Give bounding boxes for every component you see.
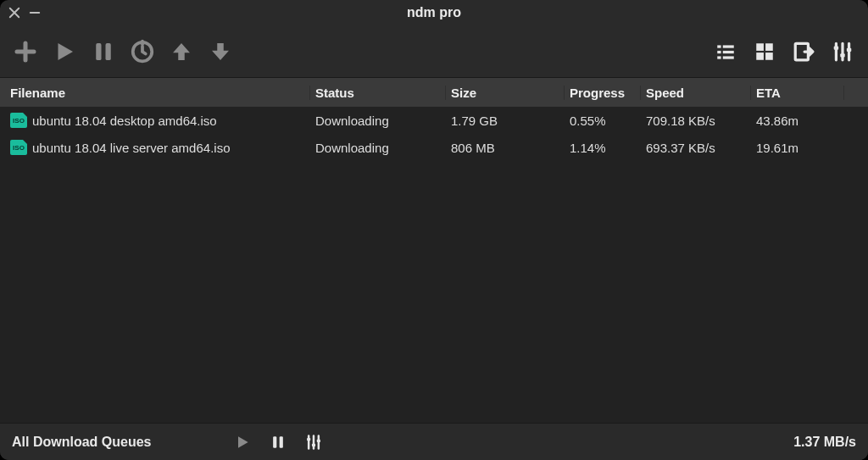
- window-controls: [7, 5, 42, 20]
- cell-progress: 1.14%: [565, 141, 641, 155]
- total-speed: 1.37 MB/s: [793, 435, 856, 450]
- queue-play-button[interactable]: [232, 432, 253, 452]
- cell-speed: 709.18 KB/s: [641, 114, 751, 128]
- cell-speed: 693.37 KB/s: [641, 141, 751, 155]
- svg-rect-18: [280, 436, 283, 447]
- list-view-button[interactable]: [712, 38, 739, 65]
- col-filename[interactable]: Filename: [5, 86, 310, 100]
- statusbar: All Download Queues 1.37 MB/s: [0, 423, 868, 460]
- resume-button[interactable]: [51, 38, 78, 65]
- col-eta[interactable]: ETA: [751, 86, 844, 100]
- svg-rect-0: [96, 43, 101, 60]
- svg-rect-11: [756, 53, 764, 60]
- queue-selector[interactable]: All Download Queues: [12, 435, 151, 450]
- svg-rect-3: [717, 45, 721, 47]
- cell-eta: 19.61m: [751, 141, 844, 155]
- svg-rect-17: [274, 436, 277, 447]
- cell-filename: ubuntu 18.04 live server amd64.iso: [32, 141, 230, 155]
- table-row[interactable]: ISO ubuntu 18.04 live server amd64.iso D…: [0, 134, 868, 161]
- cell-progress: 0.55%: [565, 114, 641, 128]
- move-down-button[interactable]: [207, 38, 234, 65]
- table-header: Filename Status Size Progress Speed ETA: [0, 78, 868, 107]
- export-button[interactable]: [790, 38, 817, 65]
- svg-rect-9: [756, 43, 764, 51]
- move-up-button[interactable]: [168, 38, 195, 65]
- svg-rect-8: [723, 56, 734, 58]
- schedule-button[interactable]: [129, 38, 156, 65]
- svg-rect-14: [834, 46, 838, 49]
- cell-filename: ubuntu 18.04 desktop amd64.iso: [32, 114, 217, 128]
- cell-size: 1.79 GB: [446, 114, 565, 128]
- window-title: ndm pro: [0, 5, 868, 20]
- svg-rect-5: [717, 50, 721, 53]
- svg-rect-15: [840, 53, 844, 57]
- cell-status: Downloading: [310, 141, 446, 155]
- minimize-icon[interactable]: [27, 5, 42, 20]
- col-size[interactable]: Size: [446, 86, 565, 100]
- add-button[interactable]: [12, 38, 39, 65]
- svg-rect-7: [717, 56, 721, 58]
- table-row[interactable]: ISO ubuntu 18.04 desktop amd64.iso Downl…: [0, 107, 868, 134]
- pause-button[interactable]: [90, 38, 117, 65]
- cell-size: 806 MB: [446, 141, 565, 155]
- iso-file-icon: ISO: [10, 140, 27, 155]
- svg-rect-4: [723, 45, 734, 47]
- downloads-table: Filename Status Size Progress Speed ETA …: [0, 78, 868, 423]
- table-body: ISO ubuntu 18.04 desktop amd64.iso Downl…: [0, 107, 868, 423]
- toolbar: [0, 25, 868, 78]
- iso-file-icon: ISO: [10, 113, 27, 128]
- svg-rect-10: [765, 43, 773, 51]
- svg-rect-1: [106, 43, 111, 60]
- svg-rect-21: [317, 439, 320, 441]
- cell-status: Downloading: [310, 114, 446, 128]
- svg-rect-12: [765, 53, 773, 60]
- col-speed[interactable]: Speed: [641, 86, 751, 100]
- titlebar: ndm pro: [0, 0, 868, 25]
- queue-settings-button[interactable]: [303, 432, 324, 452]
- close-icon[interactable]: [7, 5, 22, 20]
- svg-rect-16: [847, 47, 851, 51]
- svg-rect-20: [312, 443, 315, 446]
- settings-button[interactable]: [829, 38, 856, 65]
- queue-pause-button[interactable]: [268, 432, 288, 452]
- col-progress[interactable]: Progress: [565, 86, 641, 100]
- cell-eta: 43.86m: [751, 114, 844, 128]
- svg-rect-6: [723, 50, 734, 53]
- col-status[interactable]: Status: [310, 86, 446, 100]
- grid-view-button[interactable]: [751, 38, 778, 65]
- svg-rect-19: [308, 438, 311, 441]
- app-window: ndm pro: [0, 0, 868, 460]
